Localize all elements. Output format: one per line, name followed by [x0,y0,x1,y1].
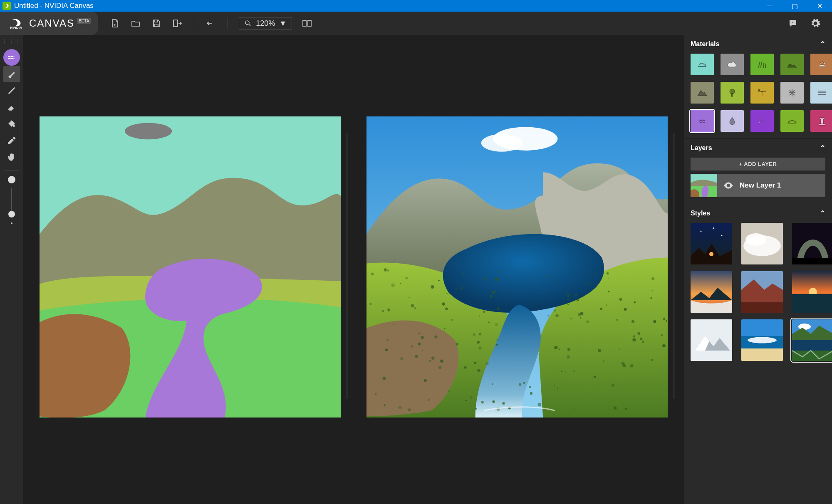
style-tropical-beach[interactable] [741,319,783,361]
style-ocean-sunset[interactable] [792,271,832,313]
brush-size-slider[interactable] [11,188,12,217]
svg-point-46 [414,307,416,309]
waves-icon [7,53,16,62]
svg-rect-193 [792,340,832,351]
layer-row[interactable]: New Layer 1 [691,174,825,197]
svg-point-93 [444,328,446,329]
window-minimize-button[interactable]: ─ [757,0,782,12]
zoom-control[interactable]: 120% ▼ [239,17,292,30]
material-bush[interactable] [780,110,804,132]
window-maximize-button[interactable]: ▢ [782,0,807,12]
hand-icon [7,153,16,162]
svg-point-158 [824,63,825,64]
svg-point-106 [554,346,557,349]
material-hill[interactable] [780,54,804,75]
brush-tool[interactable] [3,66,20,82]
output-canvas[interactable] [366,116,668,418]
style-milky-arch[interactable] [792,223,832,264]
material-dirt[interactable] [810,54,832,75]
output-canvas-frame [366,116,668,418]
visibility-icon[interactable] [723,180,734,191]
style-red-rock[interactable] [741,271,783,313]
export-button[interactable] [171,17,183,29]
svg-point-173 [701,231,702,232]
svg-point-64 [557,282,559,283]
material-stars[interactable] [750,110,774,132]
material-water[interactable] [691,110,714,132]
window-close-button[interactable]: ✕ [807,0,832,12]
style-night-desert[interactable] [691,223,732,264]
fill-tool[interactable] [3,116,20,132]
feedback-button[interactable] [787,17,799,29]
new-file-button[interactable] [109,17,121,29]
svg-point-55 [411,304,414,307]
collapse-icon[interactable]: ⌃ [820,209,825,217]
svg-point-86 [600,308,602,310]
svg-point-92 [612,383,615,387]
svg-point-148 [479,333,482,336]
scrollbar[interactable] [673,133,675,399]
svg-point-135 [502,402,505,405]
material-snow[interactable] [780,82,804,104]
svg-point-87 [614,407,617,410]
material-cloud[interactable] [721,54,744,75]
material-building[interactable] [810,110,832,132]
style-sunset-ridge[interactable] [691,271,732,313]
svg-point-101 [481,401,484,404]
svg-point-157 [822,62,824,63]
svg-point-94 [547,275,548,277]
svg-point-159 [730,89,735,94]
svg-point-130 [616,319,618,321]
layers-title: Layers [691,144,712,152]
svg-point-114 [493,309,494,311]
style-alpine-lake[interactable] [792,319,832,361]
material-sky[interactable] [691,54,714,75]
settings-button[interactable] [810,17,821,29]
line-tool[interactable] [3,82,20,99]
material-mountain[interactable] [691,82,714,104]
eyedropper-tool[interactable] [3,132,20,149]
undo-button[interactable] [205,17,217,29]
svg-point-26 [411,345,413,348]
svg-point-10 [640,338,643,340]
svg-point-146 [422,350,423,351]
svg-point-0 [245,21,249,25]
segmentation-canvas[interactable] [40,116,341,418]
material-tree[interactable] [721,82,744,104]
collapse-icon[interactable]: ⌃ [820,40,825,48]
pan-tool[interactable] [3,149,20,166]
split-view-button[interactable] [301,17,313,29]
svg-point-103 [608,291,610,293]
svg-point-56 [576,299,579,301]
svg-point-18 [485,362,489,365]
grip-icon: ⋮⋮⋮ [2,38,22,45]
svg-point-35 [408,408,411,411]
scrollbar[interactable] [346,133,348,399]
svg-point-62 [523,382,525,384]
collapse-icon[interactable]: ⌃ [820,144,825,152]
svg-point-150 [477,369,480,372]
style-misty-clouds[interactable] [741,223,783,264]
nvidia-logo-text: NVIDIA [10,26,22,30]
current-material-badge[interactable] [3,49,20,66]
material-grass[interactable] [750,54,774,75]
svg-point-49 [400,283,401,284]
material-palm[interactable] [750,82,774,104]
svg-point-107 [537,403,541,406]
open-file-button[interactable] [130,17,141,29]
material-fog[interactable] [810,82,832,104]
drop-icon [728,116,736,126]
svg-point-128 [383,377,386,380]
add-layer-button[interactable]: + ADD LAYER [691,158,825,170]
style-snow-peak[interactable] [691,319,732,361]
svg-point-40 [424,379,427,382]
save-file-button[interactable] [151,17,162,29]
eraser-tool[interactable] [3,99,20,116]
material-rain[interactable] [721,110,744,132]
svg-point-166 [764,123,765,124]
svg-point-36 [434,336,437,338]
svg-point-58 [451,319,453,321]
svg-point-78 [637,332,640,335]
svg-rect-186 [691,319,732,361]
svg-point-138 [429,360,431,362]
